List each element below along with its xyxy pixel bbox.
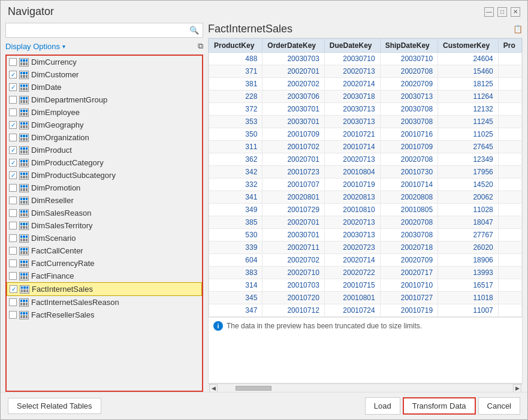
cancel-button[interactable]: Cancel <box>478 397 520 415</box>
table-icon <box>19 71 29 79</box>
truncated-notice-text: The data in the preview has been truncat… <box>227 322 422 330</box>
action-buttons: Load Transform Data Cancel <box>365 397 520 415</box>
list-item[interactable]: ✓DimDate <box>7 81 202 93</box>
column-header: CustomerKey <box>438 39 499 53</box>
table-cell: 20030701 <box>263 116 324 128</box>
item-label: DimProductCategory <box>31 158 104 167</box>
search-input[interactable] <box>6 23 186 37</box>
item-label: FactCurrencyRate <box>31 259 94 268</box>
table-cell <box>498 216 521 229</box>
list-item[interactable]: FactCurrencyRate <box>7 257 202 270</box>
checkbox[interactable]: ✓ <box>9 159 17 167</box>
list-item[interactable]: ✓FactInternetSales <box>7 282 202 296</box>
checkbox[interactable] <box>9 209 17 217</box>
close-button[interactable]: ✕ <box>511 7 520 17</box>
item-label: DimSalesReason <box>31 209 91 217</box>
list-item[interactable]: ✓DimProductSubcategory <box>7 169 202 182</box>
checkbox[interactable] <box>9 272 17 280</box>
list-item[interactable]: ✓DimProduct <box>7 144 202 156</box>
table-cell: 20020709 <box>380 78 438 90</box>
checkbox[interactable]: ✓ <box>9 71 17 78</box>
checkbox[interactable] <box>9 259 17 267</box>
list-item[interactable]: DimCurrency <box>7 56 202 68</box>
checkbox[interactable] <box>9 197 17 204</box>
list-item[interactable]: DimPromotion <box>7 182 202 194</box>
load-button[interactable]: Load <box>365 397 400 415</box>
table-cell <box>498 141 521 153</box>
data-table-container[interactable]: ProductKeyOrderDateKeyDueDateKeyShipDate… <box>208 38 523 383</box>
checkbox[interactable] <box>9 247 17 255</box>
checkbox[interactable]: ✓ <box>9 83 17 91</box>
preview-title-bar: FactInternetSales 📋 <box>208 23 523 35</box>
list-item[interactable]: DimDepartmentGroup <box>7 93 202 106</box>
checkbox[interactable] <box>9 134 17 141</box>
table-cell: 20020702 <box>263 254 324 267</box>
table-cell: 314 <box>209 279 263 292</box>
select-related-tables-button[interactable]: Select Related Tables <box>8 398 101 414</box>
checkbox[interactable] <box>9 311 17 319</box>
display-options-label: Display Options <box>5 42 60 51</box>
list-item[interactable]: DimReseller <box>7 194 202 207</box>
table-cell <box>498 241 521 254</box>
checkbox[interactable] <box>9 298 17 306</box>
table-cell: 20020708 <box>380 153 438 166</box>
maximize-button[interactable]: □ <box>497 7 507 17</box>
item-label: DimGeography <box>31 120 83 129</box>
list-item[interactable]: FactCallCenter <box>7 244 202 257</box>
list-item[interactable]: FactFinance <box>7 270 202 282</box>
table-cell: 350 <box>209 128 263 141</box>
checkbox[interactable]: ✓ <box>10 285 17 293</box>
search-box[interactable]: 🔍 <box>5 23 203 38</box>
list-item[interactable]: FactInternetSalesReason <box>7 296 202 309</box>
scroll-right-arrow[interactable]: ▶ <box>513 384 521 392</box>
checkbox[interactable] <box>9 234 17 242</box>
list-item[interactable]: ✓DimGeography <box>7 119 202 131</box>
table-icon <box>19 298 29 307</box>
scroll-track[interactable] <box>218 386 513 391</box>
checkbox[interactable]: ✓ <box>9 121 17 129</box>
list-item[interactable]: DimEmployee <box>7 106 202 119</box>
table-cell: 20020708 <box>380 216 438 229</box>
table-row: 35020010709200107212001071611025 <box>209 128 522 141</box>
checkbox[interactable]: ✓ <box>9 146 17 154</box>
table-cell: 20020710 <box>263 267 324 279</box>
list-item[interactable]: ✓DimCustomer <box>7 68 202 81</box>
column-header: ShipDateKey <box>380 39 438 53</box>
table-cell: 20010714 <box>324 141 380 153</box>
table-cell: 11007 <box>438 304 499 317</box>
item-label: DimProductSubcategory <box>31 171 116 180</box>
checkbox[interactable] <box>9 184 17 192</box>
list-item[interactable]: ✓DimProductCategory <box>7 156 202 169</box>
list-item[interactable]: DimOrganization <box>7 131 202 144</box>
table-cell: 383 <box>209 267 263 279</box>
item-label: DimDate <box>31 83 62 92</box>
horizontal-scrollbar[interactable]: ◀ ▶ <box>208 383 523 392</box>
view-options-icon: ⧉ <box>198 41 203 51</box>
list-item[interactable]: FactResellerSales <box>7 309 202 321</box>
table-cell: 20010730 <box>380 166 438 179</box>
item-label: FactInternetSales <box>32 285 93 294</box>
checkbox[interactable] <box>9 96 17 104</box>
list-item[interactable]: DimScenario <box>7 232 202 244</box>
list-item[interactable]: DimSalesReason <box>7 207 202 219</box>
table-list[interactable]: DimCurrency✓DimCustomer✓DimDateDimDepart… <box>7 56 202 391</box>
table-cell: 20010729 <box>263 204 324 216</box>
display-options[interactable]: Display Options ▾ ⧉ <box>5 40 203 52</box>
table-cell: 20030701 <box>263 229 324 241</box>
preview-export-icon[interactable]: 📋 <box>513 25 523 34</box>
checkbox[interactable] <box>9 222 17 229</box>
table-icon <box>19 171 29 180</box>
item-label: DimSalesTerritory <box>31 221 93 230</box>
scroll-left-arrow[interactable]: ◀ <box>209 384 218 392</box>
table-cell: 349 <box>209 204 263 216</box>
table-icon <box>19 197 29 205</box>
table-cell: 20010810 <box>324 204 380 216</box>
checkbox[interactable] <box>9 108 17 116</box>
transform-data-button[interactable]: Transform Data <box>403 397 476 415</box>
list-item[interactable]: DimSalesTerritory <box>7 219 202 232</box>
checkbox[interactable] <box>9 58 17 66</box>
checkbox[interactable]: ✓ <box>9 171 17 179</box>
table-icon <box>19 58 29 67</box>
minimize-button[interactable]: — <box>484 7 494 17</box>
scroll-thumb[interactable] <box>236 386 271 391</box>
